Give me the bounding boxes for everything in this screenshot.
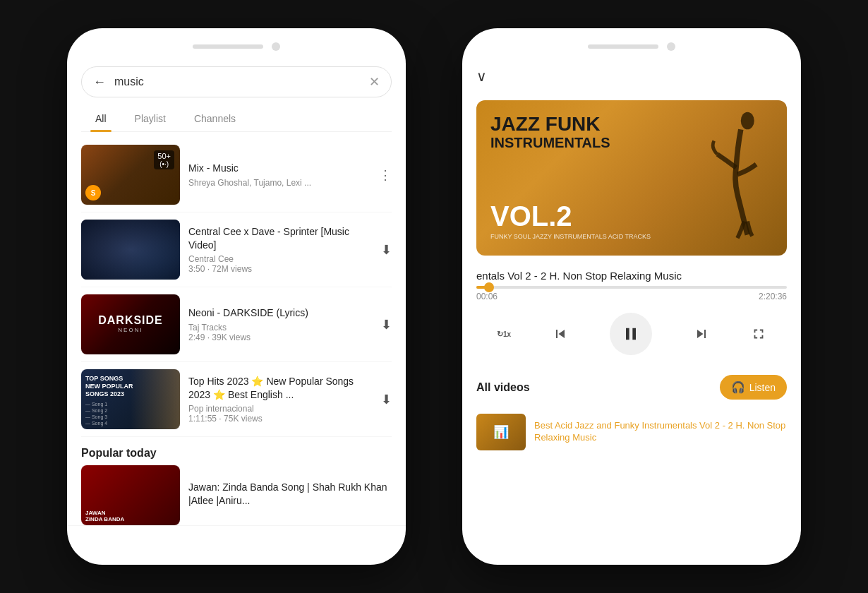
listen-label: Listen <box>749 382 776 393</box>
video-thumbnail: 50+ (•·) S <box>81 145 180 205</box>
right-phone: ∨ JAZZ FUNK INSTRUMENTALS VOL.2 FUNKY SO… <box>462 28 801 565</box>
phones-container: ← ✕ All Playlist Channels 50+ (•·) <box>0 0 868 593</box>
section-popular-today: Popular today <box>67 437 406 465</box>
video-duration: 2:49 · 39K views <box>188 333 373 342</box>
video-channel: Pop internacional <box>188 404 373 414</box>
video-info: Neoni - DARKSIDE (Lyrics) Taj Tracks 2:4… <box>188 306 373 342</box>
video-title: Jawan: Zinda Banda Song | Shah Rukh Khan… <box>188 481 392 506</box>
darkside-overlay: DARKSIDE NEONI <box>98 314 163 333</box>
video-title: Central Cee x Dave - Sprinter [Music Vid… <box>188 225 373 251</box>
tab-channels[interactable]: Channels <box>180 106 250 131</box>
video-duration: 1:11:55 · 75K views <box>188 414 373 424</box>
related-video-info: Best Acid Jazz and Funky Instrumentals V… <box>534 420 787 444</box>
right-phone-content: ∨ JAZZ FUNK INSTRUMENTALS VOL.2 FUNKY SO… <box>462 58 801 545</box>
related-video-title: Best Acid Jazz and Funky Instrumentals V… <box>534 420 787 444</box>
left-phone: ← ✕ All Playlist Channels 50+ (•·) <box>67 28 406 565</box>
playback-controls: ↻ 1x <box>462 301 801 366</box>
list-item[interactable]: TOP SONGSNEW POPULARSONGS 2023 — Song 1—… <box>81 362 392 437</box>
previous-button[interactable] <box>552 325 569 342</box>
fullscreen-button[interactable] <box>751 326 766 342</box>
topsongs-text: TOP SONGSNEW POPULARSONGS 2023 <box>85 375 133 397</box>
next-button[interactable] <box>693 325 710 342</box>
speed-icon: ↻ <box>497 330 503 339</box>
jawan-title: JAWANZINDA BANDA <box>85 510 176 522</box>
progress-bar[interactable] <box>476 286 787 289</box>
more-options-icon[interactable]: ⋮ <box>379 167 392 183</box>
related-video-thumbnail: 📊 <box>476 414 526 450</box>
video-info: Jawan: Zinda Banda Song | Shah Rukh Khan… <box>188 481 392 509</box>
clear-search-icon[interactable]: ✕ <box>369 74 380 90</box>
search-bar[interactable]: ← ✕ <box>81 66 392 97</box>
video-list: 50+ (•·) S Mix - Music Shreya Ghoshal, T… <box>67 138 406 437</box>
topsongs-list: — Song 1— Song 2— Song 3— Song 4 <box>85 401 107 426</box>
video-title: Top Hits 2023 ⭐ New Popular Songs 2023 ⭐… <box>188 375 373 400</box>
player-header: ∨ <box>462 58 801 95</box>
video-title: Neoni - DARKSIDE (Lyrics) <box>188 306 373 319</box>
time-total: 2:20:36 <box>759 292 787 301</box>
speed-label: 1x <box>503 330 511 338</box>
notch-bar <box>588 44 658 49</box>
video-actions: ⋮ <box>379 167 392 183</box>
download-icon[interactable]: ⬇ <box>381 242 392 258</box>
download-icon[interactable]: ⬇ <box>381 392 392 407</box>
notch-dot <box>667 42 675 51</box>
video-thumbnail: JAWANZINDA BANDA <box>81 465 180 525</box>
progress-fill <box>476 286 489 289</box>
video-thumbnail: DARKSIDE NEONI <box>81 294 180 354</box>
jawan-overlay: JAWANZINDA BANDA <box>81 465 180 525</box>
download-icon[interactable]: ⬇ <box>381 317 392 333</box>
related-thumb-icon: 📊 <box>493 424 509 440</box>
speed-button[interactable]: ↻ 1x <box>497 330 511 339</box>
channel-logo: S <box>85 185 101 200</box>
phone-notch-right <box>462 42 801 51</box>
progress-container[interactable]: 00:06 2:20:36 <box>462 286 801 301</box>
video-badge: 50+ (•·) <box>154 150 174 169</box>
notch-dot <box>272 42 280 51</box>
headphones-icon: 🎧 <box>731 381 745 394</box>
back-arrow-icon[interactable]: ← <box>93 75 106 90</box>
topsongs-figure <box>131 369 180 429</box>
video-actions: ⬇ <box>381 317 392 333</box>
album-art: JAZZ FUNK INSTRUMENTALS VOL.2 FUNKY SOUL… <box>476 100 787 256</box>
all-videos-header: All videos 🎧 Listen <box>462 366 801 408</box>
list-item[interactable]: 50+ (•·) S Mix - Music Shreya Ghoshal, T… <box>81 138 392 212</box>
all-videos-title: All videos <box>476 381 530 394</box>
tab-all[interactable]: All <box>81 106 121 131</box>
video-thumbnail: TOP SONGSNEW POPULARSONGS 2023 — Song 1—… <box>81 369 180 429</box>
video-info: Mix - Music Shreya Ghoshal, Tujamo, Lexi… <box>188 162 370 187</box>
video-actions: ⬇ <box>381 392 392 407</box>
left-phone-content: ← ✕ All Playlist Channels 50+ (•·) <box>67 58 406 545</box>
time-current: 00:06 <box>476 292 498 301</box>
video-actions: ⬇ <box>381 242 392 258</box>
video-info: Central Cee x Dave - Sprinter [Music Vid… <box>188 225 373 273</box>
progress-dot <box>484 282 494 292</box>
search-input[interactable] <box>114 76 361 88</box>
tabs-bar: All Playlist Channels <box>81 106 392 132</box>
video-meta: Shreya Ghoshal, Tujamo, Lexi ... <box>188 178 370 188</box>
collapse-player-icon[interactable]: ∨ <box>476 68 487 85</box>
pause-button[interactable] <box>610 313 652 355</box>
song-title: entals Vol 2 - 2 H. Non Stop Relaxing Mu… <box>462 261 801 286</box>
notch-bar <box>193 44 263 49</box>
related-video-item[interactable]: 📊 Best Acid Jazz and Funky Instrumentals… <box>462 408 801 456</box>
video-duration: 3:50 · 72M views <box>188 264 373 274</box>
tab-playlist[interactable]: Playlist <box>121 106 180 131</box>
video-channel: Taj Tracks <box>188 323 373 333</box>
list-item[interactable]: JAWANZINDA BANDA Jawan: Zinda Banda Song… <box>67 465 406 526</box>
video-title: Mix - Music <box>188 162 370 174</box>
album-figure-silhouette <box>702 107 773 241</box>
video-thumbnail <box>81 220 180 280</box>
listen-button[interactable]: 🎧 Listen <box>720 375 787 400</box>
time-labels: 00:06 2:20:36 <box>476 292 787 301</box>
list-item[interactable]: Central Cee x Dave - Sprinter [Music Vid… <box>81 212 392 287</box>
video-info: Top Hits 2023 ⭐ New Popular Songs 2023 ⭐… <box>188 375 373 423</box>
video-channel: Central Cee <box>188 254 373 264</box>
list-item[interactable]: DARKSIDE NEONI Neoni - DARKSIDE (Lyrics)… <box>81 287 392 362</box>
svg-point-0 <box>741 112 754 130</box>
phone-notch-left <box>67 42 406 51</box>
